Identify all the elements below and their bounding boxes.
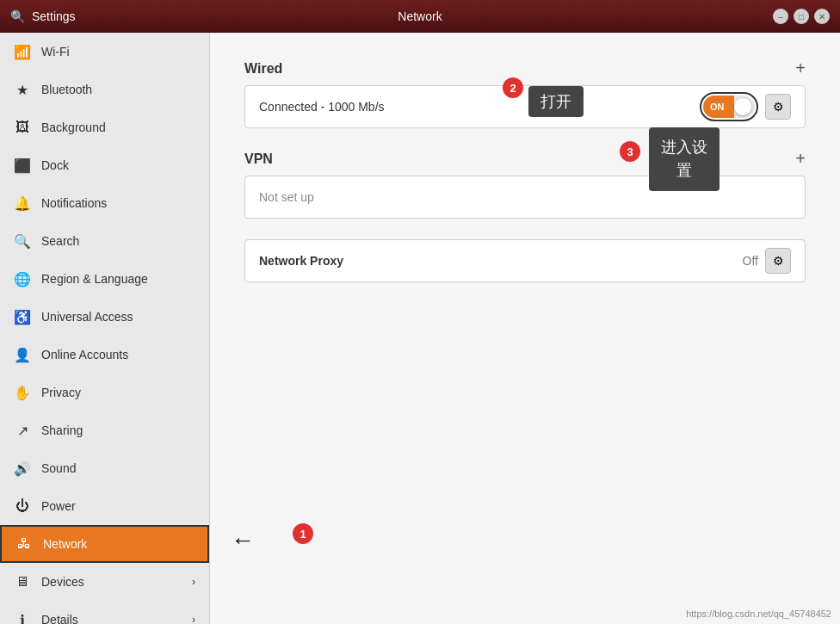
sound-icon: 🔊 (14, 460, 31, 477)
details-icon: ℹ (14, 612, 31, 625)
wired-section-header: Wired + (244, 59, 806, 78)
sidebar-item-wifi[interactable]: 📶 Wi-Fi (0, 33, 209, 71)
sidebar-item-label: Sound (41, 461, 195, 475)
titlebar: 🔍 Settings Network – □ ✕ (0, 0, 840, 33)
sidebar-item-online-accounts[interactable]: 👤 Online Accounts (0, 336, 209, 374)
sidebar-item-privacy[interactable]: ✋ Privacy (0, 374, 209, 411)
vpn-section: VPN + Not set up (244, 149, 806, 219)
region-icon: 🌐 (14, 271, 31, 287)
sidebar-item-devices[interactable]: 🖥 Devices › (0, 563, 209, 601)
wired-section-title: Wired (244, 61, 282, 77)
sidebar-item-label: Wi-Fi (41, 45, 195, 59)
universal-access-icon: ♿ (14, 309, 31, 325)
search-icon: 🔍 (10, 9, 25, 23)
proxy-controls: Off ⚙ (743, 248, 791, 274)
search-icon: 🔍 (14, 233, 31, 250)
sidebar-item-power[interactable]: ⏻ Power (0, 487, 209, 525)
sidebar-item-label: Online Accounts (41, 348, 195, 361)
wired-add-button[interactable]: + (795, 59, 806, 78)
wired-connection-label: Connected - 1000 Mb/s (259, 100, 385, 114)
online-accounts-icon: 👤 (14, 347, 31, 363)
toggle-knob (734, 98, 751, 115)
sidebar-item-bluetooth[interactable]: ★ Bluetooth (0, 71, 209, 108)
sidebar-item-notifications[interactable]: 🔔 Notifications (0, 184, 209, 222)
wired-toggle[interactable]: ON (703, 96, 755, 118)
sidebar-item-sharing[interactable]: ↗ Sharing (0, 411, 209, 449)
tooltip-settings: 进入设 置 (649, 127, 720, 191)
sidebar-item-network[interactable]: 🖧 Network (0, 525, 209, 563)
bluetooth-icon: ★ (14, 82, 31, 98)
vpn-add-button[interactable]: + (795, 149, 806, 169)
annotation-bubble-2: 2 (503, 77, 523, 98)
maximize-button[interactable]: □ (794, 9, 809, 24)
sidebar-item-label: Network (43, 537, 194, 551)
proxy-section: Network Proxy Off ⚙ (244, 239, 806, 282)
wifi-icon: 📶 (14, 44, 31, 60)
power-icon: ⏻ (14, 498, 31, 514)
proxy-status: Off (743, 254, 758, 268)
sidebar-item-label: Power (41, 499, 195, 513)
annotation-bubble-1: 1 (293, 523, 313, 544)
minimize-button[interactable]: – (773, 9, 788, 24)
network-icon: 🖧 (15, 536, 33, 552)
privacy-icon: ✋ (14, 385, 31, 401)
sidebar-item-region[interactable]: 🌐 Region & Language (0, 260, 209, 298)
devices-icon: 🖥 (14, 574, 31, 590)
sidebar-item-details[interactable]: ℹ Details › (0, 601, 209, 624)
wired-card-controls: ON ⚙ (700, 92, 791, 121)
wired-section: Wired + Connected - 1000 Mb/s ON ⚙ (244, 59, 806, 128)
tooltip-open: 打开 (528, 86, 584, 117)
sidebar-item-label: Search (41, 234, 195, 248)
sidebar-item-label: Devices (41, 575, 182, 589)
sharing-icon: ↗ (14, 423, 31, 439)
sidebar-item-label: Universal Access (41, 310, 195, 324)
sidebar: 📶 Wi-Fi ★ Bluetooth 🖼 Background ⬛ Dock … (0, 33, 210, 624)
background-icon: 🖼 (14, 120, 31, 135)
sidebar-item-search[interactable]: 🔍 Search (0, 222, 209, 260)
sidebar-item-label: Background (41, 120, 195, 134)
chevron-icon: › (192, 576, 195, 588)
wired-settings-button[interactable]: ⚙ (765, 94, 791, 120)
gear-icon: ⚙ (773, 254, 784, 268)
url-bar-bottom: https://blog.csdn.net/qq_45748452 (686, 609, 831, 619)
proxy-settings-button[interactable]: ⚙ (765, 248, 791, 274)
chevron-icon: › (192, 614, 195, 624)
proxy-label: Network Proxy (259, 254, 343, 268)
notifications-icon: 🔔 (14, 195, 31, 212)
sidebar-item-label: Privacy (41, 386, 195, 399)
vpn-section-title: VPN (244, 151, 273, 167)
sidebar-item-label: Region & Language (41, 272, 195, 286)
annotation-bubble-3: 3 (620, 141, 640, 162)
close-button[interactable]: ✕ (814, 9, 830, 24)
sidebar-item-universal-access[interactable]: ♿ Universal Access (0, 298, 209, 336)
sidebar-item-label: Notifications (41, 196, 195, 210)
window-title: Network (398, 9, 442, 23)
vpn-not-setup-label: Not set up (259, 190, 314, 204)
window-controls: – □ ✕ (773, 9, 830, 24)
toggle-on-label: ON (710, 102, 725, 112)
titlebar-left: 🔍 Settings (10, 9, 76, 23)
sidebar-item-label: Sharing (41, 423, 195, 437)
sidebar-item-background[interactable]: 🖼 Background (0, 108, 209, 146)
proxy-card: Network Proxy Off ⚙ (244, 239, 806, 282)
app-title: Settings (32, 9, 76, 23)
gear-icon: ⚙ (773, 100, 784, 114)
toggle-container: ON (700, 92, 758, 121)
sidebar-item-label: Details (41, 613, 182, 624)
sidebar-item-sound[interactable]: 🔊 Sound (0, 449, 209, 487)
dock-icon: ⬛ (14, 158, 31, 174)
arrow-1: ← (231, 527, 255, 554)
vpn-section-header: VPN + (244, 149, 806, 169)
sidebar-item-dock[interactable]: ⬛ Dock (0, 146, 209, 184)
vpn-not-setup-card: Not set up (244, 176, 806, 219)
main-layout: 📶 Wi-Fi ★ Bluetooth 🖼 Background ⬛ Dock … (0, 33, 840, 624)
sidebar-item-label: Bluetooth (41, 83, 195, 96)
wired-connection-card: Connected - 1000 Mb/s ON ⚙ (244, 85, 806, 128)
sidebar-item-label: Dock (41, 158, 195, 172)
